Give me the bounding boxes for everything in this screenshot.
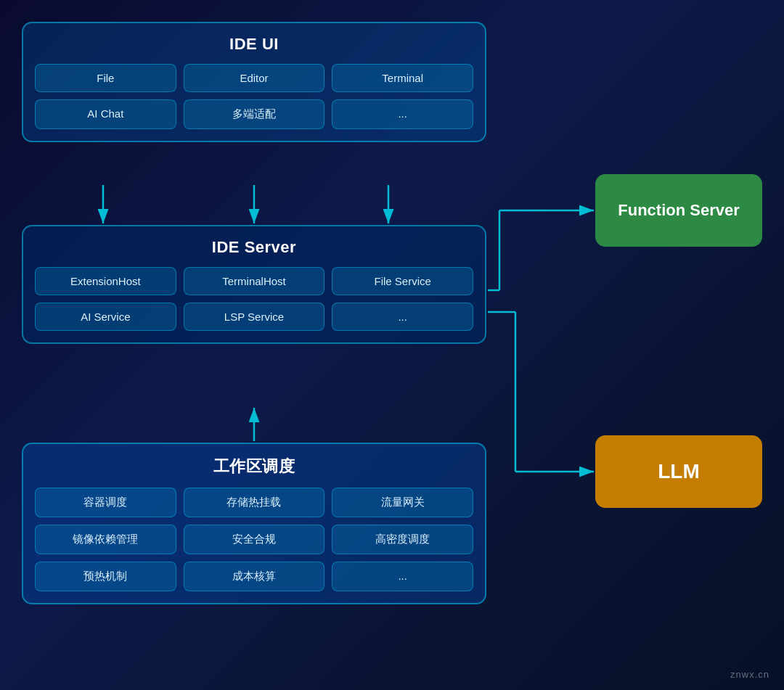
workspace-item-1: 存储热挂载 <box>184 488 325 517</box>
workspace-item-8: ... <box>332 562 473 591</box>
ide-ui-title: IDE UI <box>35 35 473 54</box>
function-server-box: Function Server <box>595 174 762 247</box>
function-server-label: Function Server <box>618 201 739 220</box>
ide-server-item-fileservice: File Service <box>332 267 473 295</box>
ide-server-item-aiservice: AI Service <box>35 303 176 331</box>
ide-ui-item-terminal: Terminal <box>332 64 473 92</box>
ide-server-item-more: ... <box>332 303 473 331</box>
llm-label: LLM <box>658 460 700 483</box>
workspace-item-2: 流量网关 <box>332 488 473 517</box>
ide-ui-box: IDE UI File Editor Terminal AI Chat 多端适配… <box>22 22 486 142</box>
workspace-item-6: 预热机制 <box>35 562 176 591</box>
ide-server-title: IDE Server <box>35 238 473 257</box>
ide-server-item-extensionhost: ExtensionHost <box>35 267 176 295</box>
ide-server-box: IDE Server ExtensionHost TerminalHost Fi… <box>22 225 486 344</box>
ide-server-item-terminalhost: TerminalHost <box>184 267 325 295</box>
ide-ui-item-file: File <box>35 64 176 92</box>
ide-ui-item-more: ... <box>332 99 473 129</box>
workspace-item-5: 高密度调度 <box>332 525 473 554</box>
ide-server-grid: ExtensionHost TerminalHost File Service … <box>35 267 473 331</box>
watermark: znwx.cn <box>730 669 769 680</box>
workspace-title: 工作区调度 <box>35 456 473 477</box>
ide-ui-item-editor: Editor <box>184 64 325 92</box>
ide-ui-item-aichat: AI Chat <box>35 99 176 129</box>
ide-ui-item-multiplatform: 多端适配 <box>184 99 325 129</box>
workspace-item-3: 镜像依赖管理 <box>35 525 176 554</box>
workspace-item-4: 安全合规 <box>184 525 325 554</box>
workspace-item-7: 成本核算 <box>184 562 325 591</box>
llm-box: LLM <box>595 435 762 508</box>
workspace-grid: 容器调度 存储热挂载 流量网关 镜像依赖管理 安全合规 高密度调度 预热机制 成… <box>35 488 473 591</box>
ide-ui-grid: File Editor Terminal AI Chat 多端适配 ... <box>35 64 473 129</box>
workspace-box: 工作区调度 容器调度 存储热挂载 流量网关 镜像依赖管理 安全合规 高密度调度 … <box>22 443 486 604</box>
main-container: IDE UI File Editor Terminal AI Chat 多端适配… <box>0 0 784 690</box>
workspace-item-0: 容器调度 <box>35 488 176 517</box>
ide-server-item-lspservice: LSP Service <box>184 303 325 331</box>
